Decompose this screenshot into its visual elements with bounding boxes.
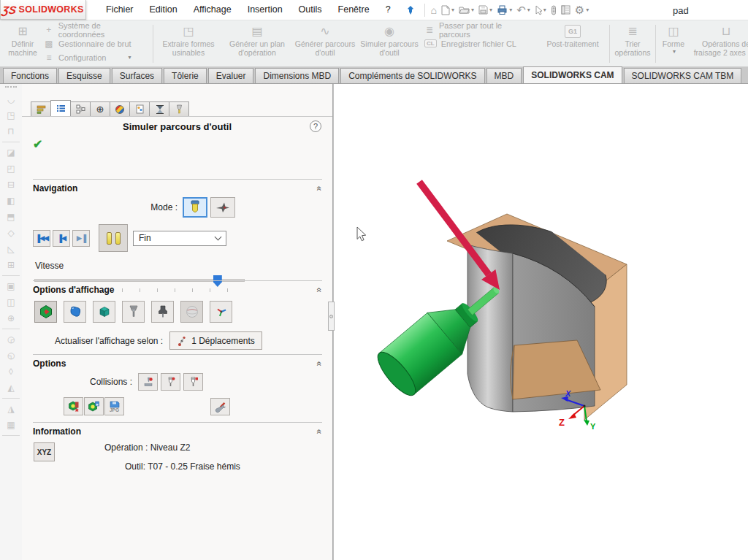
sort-operations-button[interactable]: ≣ Trier opérations: [613, 23, 652, 65]
open-icon[interactable]: ▾: [457, 1, 476, 19]
mill-operations-button[interactable]: ⊔ Opérations de fraisage 2 axes 1/2: [690, 23, 748, 65]
cam-tool-tab-icon[interactable]: [169, 101, 189, 117]
properties-tab-icon[interactable]: [50, 100, 71, 117]
save-icon[interactable]: ▾: [476, 1, 495, 19]
cam-feature-icon[interactable]: ▦: [7, 417, 15, 433]
cam-feature-icon[interactable]: ◧: [7, 193, 15, 209]
collapse-information-icon[interactable]: «: [316, 429, 324, 434]
cam-feature-icon[interactable]: ◺: [7, 241, 14, 257]
fixture-display-button[interactable]: [93, 301, 115, 323]
update-moves-button[interactable]: 1 Déplacements: [169, 331, 262, 350]
origin-tab-icon[interactable]: ⊕: [90, 101, 110, 117]
post-process-button[interactable]: G1 Post-traitement: [539, 23, 606, 65]
cam-feature-icon[interactable]: ⊓: [7, 123, 14, 139]
tab-esquisse[interactable]: Esquisse: [58, 68, 110, 83]
select-icon[interactable]: ▾: [533, 1, 549, 19]
step-through-toolpath-button[interactable]: ≣ Passer par tout le parcours: [424, 24, 535, 35]
tab-mbd[interactable]: MBD: [486, 68, 522, 83]
coordinate-system-button[interactable]: + Système de coordonnées: [44, 24, 148, 35]
step-back-button[interactable]: ▐◀: [53, 230, 70, 247]
menu-help[interactable]: ?: [378, 0, 399, 20]
menu-insertion[interactable]: Insertion: [240, 0, 291, 20]
cam-feature-icon[interactable]: ⊟: [7, 177, 15, 193]
cam-feature-icon[interactable]: ◊: [9, 364, 13, 380]
simulation-settings-button[interactable]: [210, 398, 230, 415]
collapse-navigation-icon[interactable]: «: [316, 185, 324, 191]
cam-feature-icon[interactable]: ◭: [7, 380, 14, 396]
stock-display-button[interactable]: [34, 301, 57, 323]
options-gear-icon[interactable]: ⚙▾: [573, 1, 591, 19]
tab-solidworks-cam[interactable]: SOLIDWORKS CAM: [523, 66, 622, 83]
display-manager-tab-icon[interactable]: [129, 101, 150, 117]
cam-feature-icon[interactable]: ⬒: [7, 209, 15, 225]
holder-display-button[interactable]: [151, 301, 174, 323]
menu-fenetre[interactable]: Fenêtre: [330, 0, 378, 20]
step-forward-button[interactable]: ▶▐: [72, 230, 90, 247]
new-document-icon[interactable]: ▾: [439, 1, 457, 19]
cam-feature-icon[interactable]: ◮: [7, 401, 14, 417]
cam-feature-icon[interactable]: ◇: [7, 225, 14, 241]
print-icon[interactable]: ▾: [495, 1, 514, 19]
menu-outils[interactable]: Outils: [291, 0, 330, 20]
stock-manager-button[interactable]: ▩ Gestionnaire de brut: [44, 38, 148, 49]
collapse-display-ic on[interactable]: «: [316, 287, 324, 292]
collision-stop-button[interactable]: [138, 373, 158, 391]
task-pane-icon[interactable]: [559, 1, 573, 19]
pin-menu-icon[interactable]: [406, 5, 415, 15]
xyz-coordinates-button[interactable]: XYZ: [34, 442, 55, 461]
feature-manager-tab-icon[interactable]: [31, 101, 51, 117]
cam-feature-icon[interactable]: ◡: [7, 91, 15, 107]
gnomon-display-button[interactable]: [210, 301, 232, 323]
menu-affichage[interactable]: Affichage: [186, 0, 240, 20]
configuration-tab-icon[interactable]: [70, 101, 91, 117]
leadwell-display-button[interactable]: [180, 301, 203, 323]
cam-feature-icon[interactable]: ◪: [7, 145, 15, 161]
tab-dimensions-mbd[interactable]: Dimensions MBD: [255, 68, 339, 83]
generate-operation-plan-button[interactable]: ▤ Générer un plan d'opération: [222, 23, 292, 65]
pause-button[interactable]: [99, 224, 128, 252]
home-icon[interactable]: ⌂: [429, 1, 439, 19]
record-video-button[interactable]: [84, 397, 104, 415]
configuration-button[interactable]: ≡ Configuration ▾: [44, 52, 148, 63]
tool-display-button[interactable]: [122, 301, 145, 323]
cam-feature-icon[interactable]: ▣: [7, 278, 15, 294]
menu-edition[interactable]: Edition: [142, 0, 186, 20]
tab-tolerie[interactable]: Tôlerie: [164, 68, 207, 83]
go-to-start-button[interactable]: ▐◀◀: [33, 230, 50, 247]
cam-feature-icon[interactable]: ⊞: [7, 257, 15, 273]
menu-fichier[interactable]: Fichier: [98, 0, 142, 20]
tab-surfaces[interactable]: Surfaces: [112, 68, 162, 83]
tab-complements[interactable]: Compléments de SOLIDWORKS: [340, 68, 484, 83]
save-cl-file-button[interactable]: CL Enregistrer fichier CL: [424, 38, 535, 49]
undo-icon[interactable]: ↶▾: [514, 1, 533, 19]
target-part-display-button[interactable]: [64, 301, 86, 323]
shape-button[interactable]: ◫ Forme ▾: [659, 23, 688, 65]
generate-toolpath-button[interactable]: ∿ Générer parcours d'outil: [294, 23, 356, 65]
cam-feature-icon[interactable]: ⊕: [7, 310, 15, 326]
dimxpert-tab-icon[interactable]: [110, 101, 130, 117]
tab-solidworks-cam-tbm[interactable]: SOLIDWORKS CAM TBM: [624, 68, 742, 83]
save-jpg-button[interactable]: JPG: [104, 397, 124, 415]
define-machine-button[interactable]: ⊞ Définir machine: [5, 23, 40, 65]
cam-feature-icon[interactable]: ◵: [7, 348, 15, 364]
cam-feature-icon[interactable]: ◳: [7, 107, 15, 123]
simulate-toolpath-button[interactable]: ◉ Simuler parcours d'outil: [358, 23, 421, 65]
toolbar-drag-handle[interactable]: [5, 86, 17, 88]
extract-machinable-features-button[interactable]: ◳ Extraire formes usinables: [156, 23, 221, 65]
collapse-options-icon[interactable]: «: [316, 361, 324, 366]
tab-fonctions[interactable]: Fonctions: [3, 68, 57, 83]
cam-feature-icon[interactable]: ◶: [7, 331, 15, 348]
cam-feature-icon[interactable]: ◰: [7, 161, 15, 177]
position-dropdown[interactable]: Fin: [133, 231, 226, 246]
collision-continue-button[interactable]: [183, 373, 203, 391]
help-icon[interactable]: ?: [310, 120, 321, 132]
simulation-tab-icon[interactable]: [149, 101, 169, 117]
ok-check-icon[interactable]: ✔: [33, 137, 42, 151]
rebuild-icon[interactable]: [549, 1, 559, 19]
tab-evaluer[interactable]: Evaluer: [208, 68, 254, 83]
collision-pause-button[interactable]: [161, 373, 180, 391]
cam-feature-icon[interactable]: ◫: [7, 294, 15, 310]
turbo-mode-button[interactable]: [210, 197, 235, 218]
splitter-handle[interactable]: [328, 302, 335, 331]
tool-mode-button[interactable]: [183, 197, 207, 218]
